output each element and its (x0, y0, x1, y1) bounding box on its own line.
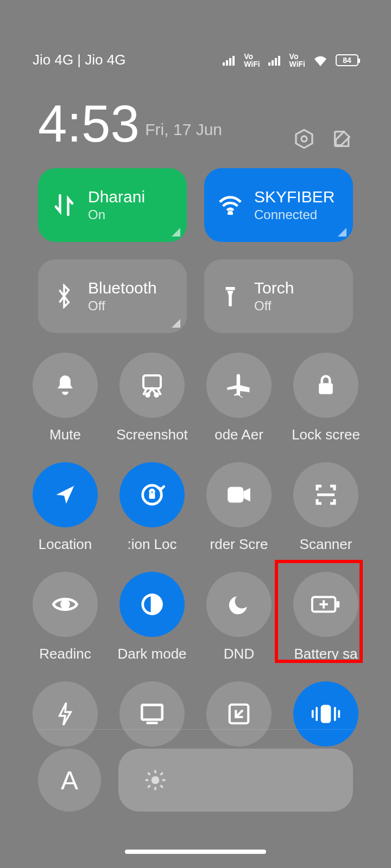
settings-icon[interactable] (293, 128, 315, 150)
svg-rect-4 (268, 62, 270, 66)
scan-icon[interactable] (293, 462, 358, 527)
svg-rect-7 (278, 56, 280, 66)
svg-point-10 (229, 212, 231, 215)
bell-icon[interactable] (33, 353, 98, 418)
tile-sub: Off (254, 298, 294, 314)
svg-point-14 (155, 393, 158, 397)
toggle-moon[interactable]: DND (195, 572, 282, 667)
location-icon[interactable] (33, 462, 98, 527)
nav-indicator[interactable] (125, 850, 266, 854)
svg-line-40 (161, 786, 163, 788)
edit-icon[interactable] (331, 128, 353, 150)
toggle-cast[interactable] (109, 681, 195, 752)
bluetooth-tile[interactable]: Bluetooth Off (38, 259, 187, 333)
toggle-grid: MuteScreenshotode AerLock screeLocation:… (22, 353, 369, 752)
toggle-label: rder Scre (210, 536, 268, 553)
svg-rect-17 (149, 493, 155, 499)
toggle-airplane[interactable]: ode Aer (195, 353, 282, 448)
toggle-float-window[interactable] (195, 681, 282, 752)
battery-indicator: 84 (336, 54, 358, 66)
sun-icon (143, 768, 167, 792)
signal-icon-2 (268, 55, 282, 66)
highlight-box (275, 560, 363, 663)
svg-line-42 (161, 773, 163, 775)
wifi-status-icon (313, 54, 328, 66)
toggle-dark-mode[interactable]: Dark mode (109, 572, 195, 667)
svg-rect-15 (319, 383, 333, 394)
vowifi-label-2: VoWiFi (289, 53, 305, 68)
tile-title: SKYFIBER (254, 188, 335, 206)
auto-brightness-label: A (61, 765, 78, 795)
mobile-data-tile[interactable]: Dharani On (38, 168, 187, 242)
auto-brightness-button[interactable]: A (38, 749, 101, 812)
clock-time: 4:53 (38, 94, 140, 152)
carrier-label: Jio 4G | Jio 4G (33, 52, 126, 68)
toggle-label: Location (39, 536, 92, 553)
toggle-bell[interactable]: Mute (22, 353, 109, 448)
tile-title: Torch (254, 279, 294, 297)
bolt-icon[interactable] (33, 681, 98, 746)
svg-rect-2 (229, 58, 231, 66)
tile-title: Bluetooth (88, 279, 157, 297)
toggle-label: Mute (49, 426, 81, 443)
toggle-label: Dark mode (117, 646, 186, 662)
toggle-lock[interactable]: Lock scree (282, 353, 369, 448)
toggle-label: DND (224, 646, 254, 662)
toggle-vibrate[interactable] (282, 681, 369, 752)
clock-date: Fri, 17 Jun (145, 120, 222, 138)
toggle-label: ode Aer (215, 426, 263, 443)
airplane-icon[interactable] (206, 353, 272, 418)
divider (37, 729, 354, 730)
torch-icon (221, 284, 239, 309)
toggle-bolt[interactable] (22, 681, 109, 752)
video-icon[interactable] (206, 462, 272, 527)
tile-title: Dharani (88, 188, 145, 206)
cast-icon[interactable] (119, 681, 185, 746)
toggle-label: Scanner (300, 536, 352, 553)
lock-icon[interactable] (293, 353, 358, 418)
expand-corner[interactable] (338, 228, 346, 237)
vibrate-icon[interactable] (293, 681, 358, 746)
toggle-video[interactable]: rder Scre (195, 462, 282, 558)
expand-corner[interactable] (172, 319, 180, 328)
toggle-label: Readinc (39, 646, 91, 662)
svg-line-41 (148, 786, 150, 788)
svg-point-13 (146, 393, 149, 397)
svg-rect-6 (275, 58, 277, 66)
toggle-location[interactable]: Location (22, 462, 109, 558)
wifi-icon (218, 195, 243, 215)
quick-tiles-row-2: Bluetooth Off Torch Off (38, 259, 353, 333)
eye-icon[interactable] (33, 572, 98, 637)
tile-sub: Connected (254, 207, 335, 222)
float-window-icon[interactable] (206, 681, 272, 746)
svg-rect-26 (142, 705, 162, 719)
screenshot-icon[interactable] (119, 353, 185, 418)
brightness-slider[interactable] (118, 749, 353, 812)
tile-sub: Off (88, 298, 157, 314)
torch-tile[interactable]: Torch Off (204, 259, 353, 333)
signal-icon (222, 55, 236, 66)
svg-rect-0 (223, 62, 225, 66)
toggle-rotate-lock[interactable]: :ion Loc (109, 462, 195, 558)
brightness-row: A (38, 749, 353, 812)
toggle-screenshot[interactable]: Screenshot (109, 353, 195, 448)
moon-icon[interactable] (206, 572, 272, 637)
wifi-tile[interactable]: SKYFIBER Connected (204, 168, 353, 242)
toggle-scan[interactable]: Scanner (282, 462, 369, 558)
svg-rect-5 (272, 60, 274, 66)
svg-rect-11 (226, 287, 235, 290)
toggle-label: :ion Loc (127, 536, 176, 553)
svg-rect-29 (321, 705, 331, 723)
toggle-eye[interactable]: Readinc (22, 572, 109, 667)
bluetooth-icon (55, 284, 73, 309)
expand-corner[interactable] (172, 228, 180, 237)
toggle-label: Lock scree (292, 426, 360, 443)
clock-row: 4:53 Fri, 17 Jun (38, 98, 353, 150)
rotate-lock-icon[interactable] (119, 462, 185, 527)
tile-sub: On (88, 207, 145, 222)
status-bar: Jio 4G | Jio 4G VoWiFi VoWiFi 84 (33, 52, 358, 68)
dark-mode-icon[interactable] (119, 572, 185, 637)
svg-rect-1 (226, 60, 228, 66)
status-icons: VoWiFi VoWiFi 84 (222, 53, 358, 68)
toggle-label: Screenshot (116, 426, 188, 443)
